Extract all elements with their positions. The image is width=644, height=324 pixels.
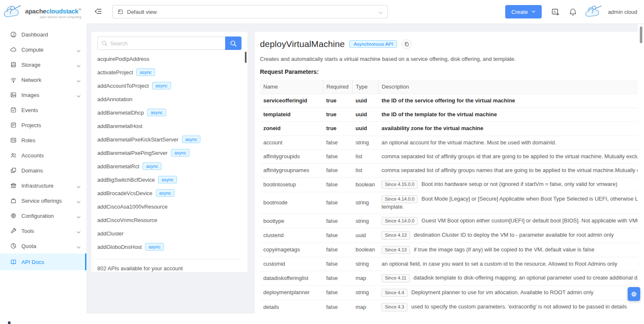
chevron-down-icon (77, 184, 80, 188)
param-row-customid: customidfalsestringan optional field, in… (260, 257, 644, 271)
api-list-item[interactable]: acquirePodIpAddress (97, 52, 242, 65)
param-description-text: an optional field, in case you want to s… (382, 261, 617, 267)
api-list-item[interactable]: addBrocadeVcsDeviceasync (97, 186, 242, 200)
sidebar-item-tools[interactable]: Tools (0, 223, 86, 238)
request-parameters-heading: Request Parameters: (260, 68, 644, 75)
param-row-affinitygroupnames: affinitygroupnamesfalselistcomma separat… (260, 163, 644, 177)
async-badge: async (152, 82, 171, 89)
param-description-cell: Since 4.14.0.0Guest VM Boot option eithe… (378, 214, 644, 228)
param-required-cell: false (323, 228, 352, 243)
sidebar-item-domains[interactable]: Domains (0, 163, 86, 178)
wifi-icon (10, 76, 17, 83)
param-row-datadiskofferinglist: datadiskofferinglistfalsemapSince 4.11da… (260, 271, 644, 285)
param-description-cell: Since 4.13if true the image tags (if any… (378, 243, 644, 257)
search-button[interactable] (225, 37, 242, 50)
param-description-cell: an optional field, in case you want to s… (378, 257, 644, 271)
param-row-details: detailsfalsemapSince 4.3used to specify … (260, 300, 644, 314)
sidebar-item-infrastructure[interactable]: Infrastructure (0, 178, 86, 193)
settings-fab-button[interactable] (628, 287, 640, 301)
sidebar-item-accounts[interactable]: Accounts (0, 148, 86, 163)
sidebar-item-service-offerings[interactable]: Service offerings (0, 193, 86, 208)
param-required-cell: false (323, 285, 352, 300)
view-icon (117, 9, 123, 15)
since-version-badge: Since 4.13 (382, 231, 410, 239)
copy-api-button[interactable] (402, 39, 411, 49)
list-scrollbar[interactable] (245, 52, 247, 63)
api-list-item[interactable]: addCluster (97, 227, 242, 240)
param-description-text: the ID of the service offering for the v… (382, 97, 515, 104)
notification-bell-icon[interactable] (569, 8, 577, 16)
sidebar-item-storage[interactable]: Storage (0, 57, 86, 72)
team-icon (10, 152, 17, 159)
sidebar-item-images[interactable]: Images (0, 87, 86, 102)
api-list-item[interactable]: addBaremetalPxePingServerasync (97, 146, 242, 159)
view-selector[interactable]: Default view (112, 5, 388, 18)
param-row-deploymentplanner: deploymentplannerfalsestringSince 4.4Dep… (260, 285, 644, 300)
main-column: Default view Create A (86, 0, 644, 324)
create-button[interactable]: Create (505, 5, 542, 18)
api-list-item[interactable]: addBigSwitchBcfDeviceasync (97, 173, 242, 186)
api-name: acquirePodIpAddress (97, 56, 149, 62)
param-required-cell: false (323, 178, 352, 192)
sidebar-menu: DashboardComputeStorageNetworkImagesEven… (0, 24, 86, 270)
brand-logo[interactable]: apachecloudstack™ open source cloud comp… (0, 0, 86, 24)
param-description-cell: Since 4.4Deployment planner to use for v… (378, 285, 644, 300)
sidebar-item-configuration[interactable]: Configuration (0, 208, 86, 223)
sidebar-item-events[interactable]: Events (0, 102, 86, 118)
api-list-item[interactable]: addCiscoVnmcResource (97, 213, 242, 227)
gear-icon (631, 291, 637, 298)
sidebar-item-quota[interactable]: Quota (0, 238, 86, 253)
project-icon (10, 122, 17, 128)
api-list-item[interactable]: addBaremetalRctasync (97, 159, 242, 173)
api-list-item[interactable]: addCiscoAsa1000vResource (97, 200, 242, 213)
sidebar-item-network[interactable]: Network (0, 72, 86, 87)
page-scrollbar-thumb[interactable] (640, 26, 642, 43)
user-menu[interactable]: admin cloud (584, 3, 637, 20)
menu-fold-icon[interactable] (94, 8, 103, 16)
param-required-cell: false (323, 163, 352, 177)
sidebar-item-roles[interactable]: Roles (0, 133, 86, 148)
param-description-cell: availability zone for the virtual machin… (378, 122, 644, 136)
param-description-text: comma separated list of affinity groups … (382, 167, 644, 173)
since-version-badge: Since 4.14.0.0 (382, 195, 418, 203)
api-list-panel: acquirePodIpAddressactivateProjectasynca… (91, 32, 247, 272)
project-switch-icon[interactable]: A (551, 8, 559, 16)
user-name: admin cloud (608, 9, 637, 15)
sidebar-item-projects[interactable]: Projects (0, 118, 86, 133)
since-version-badge: Since 4.11 (382, 274, 410, 282)
api-list-item[interactable]: addBaremetalDhcpasync (97, 106, 242, 119)
search-icon (230, 40, 236, 47)
pie-chart-icon (10, 243, 17, 249)
api-list-item[interactable]: addAnnotation (97, 92, 242, 106)
sidebar: apachecloudstack™ open source cloud comp… (0, 0, 86, 324)
column-header-description: Description (378, 80, 644, 94)
api-name: addCiscoVnmcResource (97, 217, 157, 223)
api-list-item[interactable]: addBaremetalPxeKickStartServerasync (97, 133, 242, 146)
param-name-cell: customid (260, 257, 323, 271)
page-scrollbar-track[interactable] (638, 24, 644, 324)
api-list-item[interactable]: addBaremetalHost (97, 119, 242, 133)
param-type-cell: string (352, 257, 378, 271)
sidebar-item-dashboard[interactable]: Dashboard (0, 27, 86, 42)
sidebar-item-api-docs[interactable]: API Docs (0, 253, 86, 270)
copy-icon (404, 42, 409, 47)
api-name: addBaremetalRct (97, 163, 139, 170)
sidebar-item-compute[interactable]: Compute (0, 42, 86, 57)
api-name: addCiscoAsa1000vResource (97, 204, 168, 210)
database-icon (10, 61, 17, 68)
api-list-item[interactable]: addGloboDnsHostasync (97, 240, 242, 253)
footer-logo-fragment (8, 321, 10, 324)
api-list-item[interactable]: activateProjectasync (97, 65, 242, 79)
wrench-icon (10, 227, 17, 234)
api-list-item[interactable]: addAccountToProjectasync (97, 79, 242, 92)
api-name: addBaremetalPxePingServer (97, 150, 168, 156)
request-parameters-table: NameRequiredTypeDescription serviceoffer… (260, 80, 644, 314)
param-name-cell: zoneid (260, 122, 323, 136)
param-row-serviceofferingid: serviceofferingidtrueuuidthe ID of the s… (260, 94, 644, 108)
api-name: addAnnotation (97, 96, 132, 102)
app-window: apachecloudstack™ open source cloud comp… (0, 0, 644, 324)
async-badge: async (171, 149, 190, 157)
search-input[interactable] (97, 37, 225, 50)
param-description-cell: Since 4.13destination Cluster ID to depl… (378, 228, 644, 243)
param-type-cell: uuid (352, 122, 378, 136)
